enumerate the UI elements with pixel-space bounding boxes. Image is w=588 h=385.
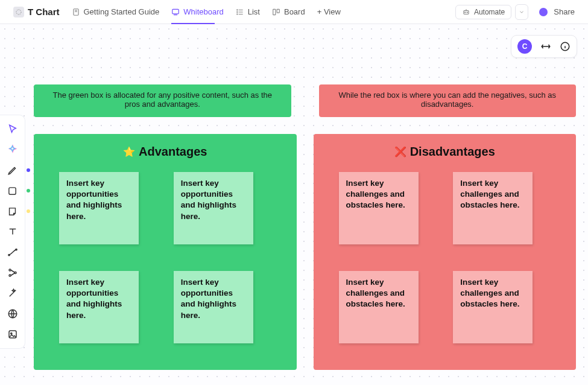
tool-select[interactable] xyxy=(5,122,20,136)
tool-shape[interactable] xyxy=(5,183,20,198)
svg-point-9 xyxy=(465,12,466,13)
list-icon xyxy=(236,8,244,16)
chevron-down-icon xyxy=(519,9,525,15)
globe-icon xyxy=(7,308,18,319)
cursor-icon xyxy=(7,124,18,135)
svg-point-5 xyxy=(236,13,237,14)
tool-sticky[interactable] xyxy=(5,204,20,218)
text-icon xyxy=(7,226,18,237)
panel-advantages[interactable]: ⭐ Advantages Insert key opportunities an… xyxy=(34,134,297,370)
doc-title-text: T Chart xyxy=(28,7,60,17)
automate-label: Automate xyxy=(474,8,505,16)
sticky-note[interactable]: Insert key challenges and obstacles here… xyxy=(453,172,533,244)
tab-guide-label: Getting Started Guide xyxy=(84,7,160,16)
panel-advantages-title-text: Advantages xyxy=(139,145,207,159)
image-icon xyxy=(7,329,18,340)
panel-disadvantages-title-text: Disadvantages xyxy=(410,145,495,159)
sparkle-icon xyxy=(7,144,18,155)
robot-icon xyxy=(462,8,470,16)
svg-point-4 xyxy=(236,11,237,12)
automate-button[interactable]: Automate xyxy=(455,5,511,19)
whiteboard-toolbox xyxy=(0,115,25,349)
relation-icon xyxy=(7,267,18,278)
sticky-note-icon xyxy=(7,206,17,217)
svg-point-13 xyxy=(8,254,9,255)
sticky-note[interactable]: Insert key opportunities and highlights … xyxy=(59,172,139,244)
tool-pen[interactable] xyxy=(5,163,20,177)
tab-list-label: List xyxy=(248,7,260,16)
sticky-note[interactable]: Insert key challenges and obstacles here… xyxy=(453,271,533,343)
tab-whiteboard-label: Whiteboard xyxy=(183,7,223,16)
svg-point-16 xyxy=(9,275,11,276)
tool-web[interactable] xyxy=(5,307,20,321)
svg-rect-2 xyxy=(172,9,179,14)
board-icon xyxy=(272,8,280,16)
share-label: Share xyxy=(554,7,575,16)
doc-title[interactable]: T Chart xyxy=(7,0,66,24)
whiteboard-icon xyxy=(171,8,180,16)
panel-disadvantages-title: ❌ Disadvantages xyxy=(329,145,561,159)
sticky-note[interactable]: Insert key opportunities and highlights … xyxy=(59,271,139,343)
cross-icon: ❌ xyxy=(394,146,406,158)
info-box-disadvantages[interactable]: While the red box is where you can add t… xyxy=(319,84,577,117)
tab-list[interactable]: List xyxy=(230,0,266,24)
tchart-content: The green box is allocated for any posit… xyxy=(34,24,576,385)
tab-board-label: Board xyxy=(284,7,305,16)
sticky-note[interactable]: Insert key opportunities and highlights … xyxy=(174,271,253,343)
svg-point-10 xyxy=(467,12,467,13)
shape-color-dot[interactable] xyxy=(27,189,30,192)
tool-magic[interactable] xyxy=(5,286,20,301)
doc-logo-icon xyxy=(13,7,24,18)
sticky-note[interactable]: Insert key challenges and obstacles here… xyxy=(339,172,419,244)
svg-rect-12 xyxy=(9,187,16,194)
info-box-advantages[interactable]: The green box is allocated for any posit… xyxy=(34,84,291,117)
svg-point-15 xyxy=(9,269,11,271)
tab-add-view-label: + View xyxy=(317,7,341,16)
sticky-note[interactable]: Insert key opportunities and highlights … xyxy=(174,172,253,244)
svg-rect-7 xyxy=(277,9,279,13)
tool-ai[interactable] xyxy=(5,142,20,157)
tab-add-view[interactable]: + View xyxy=(311,0,347,24)
tool-relation[interactable] xyxy=(5,266,20,280)
share-button[interactable]: Share xyxy=(533,0,581,24)
star-icon: ⭐ xyxy=(123,146,135,158)
svg-point-17 xyxy=(14,272,16,274)
wand-icon xyxy=(7,288,18,299)
whiteboard-canvas[interactable]: C xyxy=(0,24,588,385)
tab-board[interactable]: Board xyxy=(266,0,311,24)
tab-guide[interactable]: Getting Started Guide xyxy=(66,0,166,24)
tab-whiteboard[interactable]: Whiteboard xyxy=(165,0,229,24)
pen-icon xyxy=(7,165,18,176)
tool-image[interactable] xyxy=(5,327,20,342)
tool-text[interactable] xyxy=(5,224,20,239)
svg-point-20 xyxy=(10,332,11,334)
square-icon xyxy=(7,186,17,196)
svg-point-0 xyxy=(16,10,21,14)
connector-icon xyxy=(7,247,18,258)
panel-disadvantages[interactable]: ❌ Disadvantages Insert key challenges an… xyxy=(314,134,577,370)
doc-icon xyxy=(72,8,80,16)
top-bar: T Chart Getting Started Guide Whiteboard… xyxy=(0,0,588,24)
svg-point-3 xyxy=(236,9,237,10)
svg-rect-6 xyxy=(273,9,276,14)
panel-advantages-title: ⭐ Advantages xyxy=(49,145,281,159)
share-avatar-icon xyxy=(539,8,548,16)
automate-chevron[interactable] xyxy=(515,4,528,20)
sticky-color-dot[interactable] xyxy=(27,209,30,213)
sticky-note[interactable]: Insert key challenges and obstacles here… xyxy=(339,271,419,343)
tool-connector[interactable] xyxy=(5,245,20,259)
pen-color-dot[interactable] xyxy=(27,168,30,172)
